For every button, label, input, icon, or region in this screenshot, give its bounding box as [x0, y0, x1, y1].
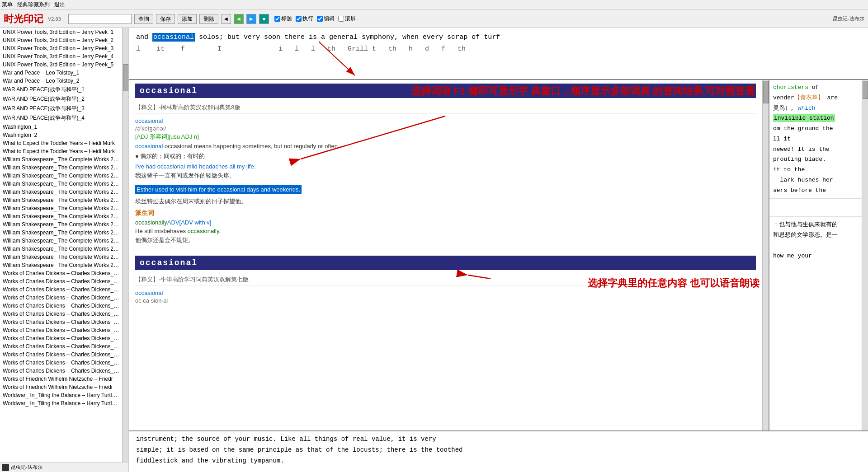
dict-entry1-source: 【释义】-柯林斯高阶英汉双解词典第8版 — [135, 102, 756, 114]
sidebar-item[interactable]: Works of Charles Dickens – Charles Dicke… — [0, 318, 122, 326]
text-after-word: solos; but very soon there is a general … — [195, 33, 500, 41]
sidebar-item[interactable]: William Shakespeare_ The Complete Works … — [0, 164, 122, 172]
dict-derivative-line: occasionallyADV[ADV with v] — [135, 219, 756, 226]
checkbox-edit[interactable] — [317, 16, 323, 22]
media-next-button[interactable]: ▶ — [246, 14, 256, 24]
sidebar-item[interactable]: Works of Charles Dickens – Charles Dicke… — [0, 269, 122, 277]
sidebar-scrollbar[interactable] — [122, 28, 128, 462]
checkbox-execute-label[interactable]: 执行 — [296, 15, 313, 23]
text-line1: and occasional solos; but very soon ther… — [136, 32, 861, 43]
checkbox-title[interactable] — [274, 16, 280, 22]
sidebar-bottom: 昆虫记-法布尔 — [0, 462, 128, 472]
sidebar-item[interactable]: UNIX Power Tools, 3rd Edition – Jerry Pe… — [0, 28, 122, 36]
sidebar-item[interactable]: WAR AND PEACE(战争与和平)_3 — [0, 104, 122, 113]
right-scrollbar[interactable] — [862, 80, 868, 430]
dict-scroll-area[interactable]: occasional 【释义】-柯林斯高阶英汉双解词典第8版 occasiona… — [129, 80, 762, 430]
sidebar-item[interactable]: Works of Charles Dickens – Charles Dicke… — [0, 350, 122, 359]
media-prev-button[interactable]: ◀ — [221, 14, 231, 24]
sidebar-item[interactable]: What to Expect the Toddler Years – Heidi… — [0, 139, 122, 147]
sidebar-item[interactable]: Works of Charles Dickens – Charles Dicke… — [0, 302, 122, 310]
sidebar-item[interactable]: War and Peace – Leo Tolstoy_1 — [0, 69, 122, 77]
dict-scrollbar-thumb[interactable] — [763, 81, 769, 103]
query-button[interactable]: 查询 — [134, 14, 153, 24]
delete-button[interactable]: 删除 — [199, 14, 218, 24]
dict-entry2-phonetic: oc·ca·sion·al — [135, 297, 756, 304]
sidebar-item[interactable]: William Shakespeare_ The Complete Works … — [0, 261, 122, 269]
checkbox-group: 标题 执行 编辑 滚屏 — [274, 15, 356, 23]
dict-entry1-bullet: ● 偶尔的；间或的；有时的 — [135, 152, 756, 160]
checkbox-edit-label[interactable]: 编辑 — [317, 15, 335, 23]
right-panel: choristers of vender【黄衣草】 are 灵鸟）, which… — [769, 80, 868, 430]
sidebar-item[interactable]: William Shakespeare_ The Complete Works … — [0, 229, 122, 237]
sidebar-item[interactable]: UNIX Power Tools, 3rd Edition – Jerry Pe… — [0, 61, 122, 69]
sidebar-item[interactable]: What to Expect the Toddler Years – Heidi… — [0, 147, 122, 155]
sidebar-item[interactable]: Washington_2 — [0, 131, 122, 139]
sidebar-item[interactable]: UNIX Power Tools, 3rd Edition – Jerry Pe… — [0, 36, 122, 44]
dict-entry1-ex2-en: Esther used to visit him for the occasio… — [135, 183, 756, 196]
sidebar-item[interactable]: UNIX Power Tools, 3rd Edition – Jerry Pe… — [0, 44, 122, 52]
menu-item-menu[interactable]: 菜单 — [2, 1, 13, 9]
right-bottom-text: ；也与他与生俱来就有的 和思想的文学形态。是一 how me your — [769, 217, 862, 264]
dict-entry2-header: occasional — [135, 256, 756, 270]
sidebar-list[interactable]: UNIX Power Tools, 3rd Edition – Jerry Pe… — [0, 28, 122, 462]
sidebar-bottom-label: 昆虫记-法布尔 — [11, 464, 42, 471]
menu-item-series[interactable]: 经典珍藏系列 — [17, 1, 50, 9]
app-title: 时光印记 — [4, 12, 43, 26]
sidebar-item[interactable]: William Shakespeare_ The Complete Works … — [0, 155, 122, 164]
sidebar-item[interactable]: Works of Charles Dickens – Charles Dicke… — [0, 334, 122, 342]
dict-deriv-ex-en: He still misbehaves occasionally. — [135, 228, 756, 234]
media-play-button[interactable]: ◀ — [234, 14, 244, 24]
sidebar-item[interactable]: Works of Charles Dickens – Charles Dicke… — [0, 359, 122, 367]
sidebar-item[interactable]: WAR AND PEACE(战争与和平)_2 — [0, 94, 122, 104]
sidebar-item[interactable]: War and Peace – Leo Tolstoy_2 — [0, 77, 122, 85]
sidebar-item[interactable]: Works of Charles Dickens – Charles Dicke… — [0, 277, 122, 285]
add-button[interactable]: 添加 — [178, 14, 197, 24]
sidebar-item[interactable]: Works of Charles Dickens – Charles Dicke… — [0, 285, 122, 294]
menu-bar: 菜单 经典珍藏系列 退出 — [0, 0, 868, 10]
save-button[interactable]: 保存 — [156, 14, 175, 24]
sidebar-item[interactable]: Worldwar_ In_Tiling the Balance – Harry … — [0, 399, 122, 407]
dict-entry2-word: occasional — [135, 290, 756, 296]
dict-deriv-word: occasionally — [135, 219, 167, 226]
sidebar-item[interactable]: William Shakespeare_ The Complete Works … — [0, 237, 122, 245]
sidebar-item[interactable]: William Shakespeare_ The Complete Works … — [0, 212, 122, 220]
menu-item-quit[interactable]: 退出 — [54, 1, 65, 9]
dict-entry1-header: occasional — [135, 84, 756, 98]
sidebar-item[interactable]: William Shakespeare_ The Complete Works … — [0, 180, 122, 188]
sidebar-item[interactable]: UNIX Power Tools, 3rd Edition – Jerry Pe… — [0, 52, 122, 61]
sidebar-item[interactable]: William Shakespeare_ The Complete Works … — [0, 245, 122, 253]
sidebar-item[interactable]: Works of Charles Dickens – Charles Dicke… — [0, 294, 122, 302]
checkbox-title-label[interactable]: 标题 — [274, 15, 292, 23]
right-word-which: which — [798, 105, 816, 112]
right-scrollbar-thumb[interactable] — [863, 81, 868, 99]
text-line2: l it f I i l l th Grill t th h d f th — [136, 43, 861, 55]
dict-entry1-phonetic: /ə'keiʒənəl/ — [135, 125, 756, 132]
sidebar-scrollbar-thumb[interactable] — [123, 64, 128, 91]
sidebar-item[interactable]: William Shakespeare_ The Complete Works … — [0, 253, 122, 261]
right-word-herblabel: 【黄衣草】 — [794, 94, 824, 101]
search-input[interactable] — [68, 14, 132, 24]
sidebar-item[interactable]: William Shakespeare_ The Complete Works … — [0, 188, 122, 196]
sidebar-item[interactable]: Works of Charles Dickens – Charles Dicke… — [0, 310, 122, 318]
sidebar-item[interactable]: Works of Charles Dickens – Charles Dicke… — [0, 342, 122, 350]
sidebar-item[interactable]: William Shakespeare_ The Complete Works … — [0, 196, 122, 204]
sidebar-item[interactable]: Works of Charles Dickens – Charles Dicke… — [0, 326, 122, 334]
dict-deriv-pos: ADV[ADV with v] — [167, 219, 212, 226]
sidebar-item[interactable]: William Shakespeare_ The Complete Works … — [0, 172, 122, 180]
checkbox-scroll-label[interactable]: 滚屏 — [338, 15, 356, 23]
sidebar-item[interactable]: Works of Charles Dickens – Charles Dicke… — [0, 367, 122, 375]
dict-selected-example[interactable]: Esther used to visit him for the occasio… — [135, 185, 302, 194]
sidebar-item[interactable]: Works of Friedrich Wilhelm Nietzsche – F… — [0, 375, 122, 383]
sidebar-item[interactable]: William Shakespeare_ The Complete Works … — [0, 220, 122, 229]
sidebar-item[interactable]: William Shakespeare_ The Complete Works … — [0, 204, 122, 212]
sidebar-item[interactable]: Washington_1 — [0, 123, 122, 131]
sidebar-item[interactable]: WAR AND PEACE(战争与和平)_1 — [0, 85, 122, 94]
checkbox-execute[interactable] — [296, 16, 302, 22]
checkbox-scroll[interactable] — [338, 16, 344, 22]
sidebar-item[interactable]: Worldwar_ In_Tiling the Balance – Harry … — [0, 391, 122, 399]
right-word-choristers: choristers — [773, 84, 808, 91]
sidebar-item[interactable]: Works of Friedrich Wilhelm Nietzsche – F… — [0, 383, 122, 391]
dict-scrollbar[interactable] — [762, 80, 769, 430]
sidebar-item[interactable]: WAR AND PEACE(战争与和平)_4 — [0, 113, 122, 123]
media-stop-button[interactable]: ■ — [259, 14, 269, 24]
